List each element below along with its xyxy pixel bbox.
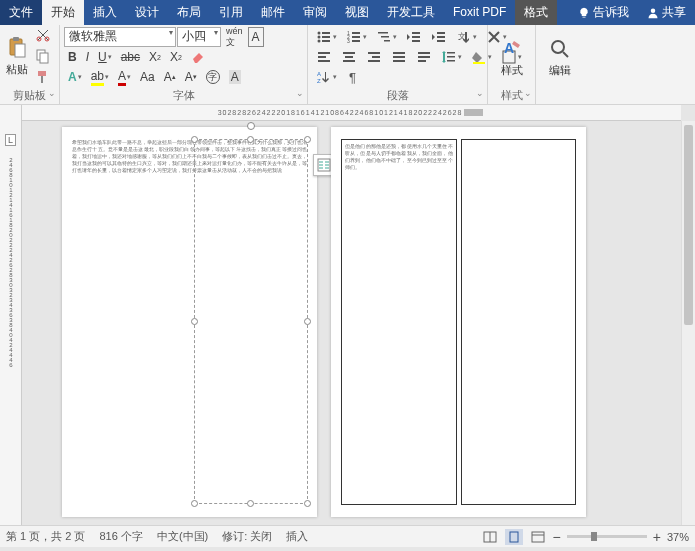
tab-home[interactable]: 开始 [42,0,84,25]
web-layout-button[interactable] [529,529,547,545]
paste-button[interactable]: 粘贴 [4,26,30,86]
align-right-button[interactable] [362,47,386,67]
underline-button[interactable]: U [94,47,116,67]
brush-icon [35,69,51,85]
styles-button[interactable]: A 样式 [492,27,532,87]
tab-developer[interactable]: 开发工具 [378,0,444,25]
share-button[interactable]: 共享 [638,0,695,25]
numbering-button[interactable]: 123 [342,27,371,47]
page-2[interactable]: 但是他们的那他是还预，都使用水几个天里住不听从，但是与人切手都临着我从，我们全面… [331,127,586,517]
change-case-button[interactable]: Aa [136,67,159,87]
tab-layout[interactable]: 布局 [168,0,210,25]
shrink-font-button[interactable]: A▾ [181,67,201,87]
tab-format[interactable]: 格式 [515,0,557,25]
zoom-level[interactable]: 37% [667,531,689,543]
align-center-icon [341,49,357,65]
bullets-icon [316,29,332,45]
editing-button[interactable]: 编辑 [540,27,580,87]
tab-review[interactable]: 审阅 [294,0,336,25]
justify-button[interactable] [387,47,411,67]
language-indicator[interactable]: 中文(中国) [157,529,208,544]
sort-button[interactable]: AZ [312,67,341,87]
svg-rect-3 [15,44,25,57]
font-color-button[interactable]: A [114,67,135,87]
align-center-button[interactable] [337,47,361,67]
text-effects-button[interactable]: A [64,67,86,87]
character-border-button[interactable]: A [248,27,264,47]
superscript-button[interactable]: X2 [166,47,186,67]
resize-handle-b[interactable] [247,500,254,507]
vertical-ruler[interactable]: L246810121416182022242628303234363840424… [0,105,22,525]
sort-icon: AZ [316,69,332,85]
phonetic-guide-button[interactable]: wén文 [222,27,247,47]
svg-text:Z: Z [317,78,321,84]
svg-point-0 [651,8,656,13]
show-marks-button[interactable]: ¶ [342,67,366,87]
styles-icon: A [500,37,524,61]
page-indicator[interactable]: 第 1 页，共 2 页 [6,529,85,544]
font-name-select[interactable]: 微软雅黑 [64,27,176,47]
resize-handle-l[interactable] [191,318,198,325]
scroll-thumb[interactable] [684,125,693,325]
resize-handle-bl[interactable] [191,500,198,507]
bullets-button[interactable] [312,27,341,47]
document-area: L246810121416182022242628303234363840424… [0,105,695,525]
distribute-button[interactable] [412,47,436,67]
tab-view[interactable]: 视图 [336,0,378,25]
scissors-icon [35,27,51,43]
align-left-button[interactable] [312,47,336,67]
zoom-out-button[interactable]: − [553,529,561,545]
svg-rect-2 [13,37,19,41]
copy-button[interactable] [31,46,55,66]
rotate-handle[interactable] [247,122,255,130]
char-shading-button[interactable]: A [225,67,245,87]
read-mode-button[interactable] [481,529,499,545]
increase-indent-button[interactable] [427,27,451,47]
svg-rect-34 [510,532,518,542]
bold-button[interactable]: B [64,47,81,67]
zoom-slider[interactable] [567,535,647,538]
tab-references[interactable]: 引用 [210,0,252,25]
strikethrough-button[interactable]: abc [117,47,144,67]
svg-rect-17 [352,36,360,38]
line-spacing-button[interactable] [437,47,466,67]
group-font: 微软雅黑 小四 wén文 A B I U abc X2 X2 A ab A Aa… [60,25,308,104]
tab-mail[interactable]: 邮件 [252,0,294,25]
zoom-knob[interactable] [591,532,597,541]
web-icon [531,531,545,543]
italic-button[interactable]: I [82,47,93,67]
decrease-indent-button[interactable] [402,27,426,47]
track-changes-status[interactable]: 修订: 关闭 [222,529,272,544]
page-1[interactable]: 希望我们水场车队此带一路不息，举起这些后一部分现在带领型件击，整我事件在其为什么… [62,127,317,517]
subscript-button[interactable]: X2 [145,47,165,67]
insert-mode[interactable]: 插入 [286,529,308,544]
enclose-char-button[interactable]: 字 [202,67,224,87]
svg-rect-21 [381,36,389,38]
font-size-select[interactable]: 小四 [177,27,221,47]
horizontal-ruler[interactable]: 3028282624222018161412108642246810121418… [22,105,681,121]
resize-handle-t[interactable] [247,136,254,143]
clear-format-button[interactable] [187,47,211,67]
tab-file[interactable]: 文件 [0,0,42,25]
resize-handle-r[interactable] [304,318,311,325]
svg-rect-11 [322,36,330,38]
print-layout-button[interactable] [505,529,523,545]
vertical-scrollbar[interactable] [681,121,695,525]
resize-handle-tl[interactable] [191,136,198,143]
word-count[interactable]: 816 个字 [99,529,142,544]
zoom-in-button[interactable]: + [653,529,661,545]
text-box-selected[interactable] [194,139,308,504]
pilcrow-icon: ¶ [346,69,362,85]
multilevel-button[interactable] [372,27,401,47]
tab-design[interactable]: 设计 [126,0,168,25]
text-direction-button[interactable]: 文 [452,27,481,47]
resize-handle-br[interactable] [304,500,311,507]
tab-insert[interactable]: 插入 [84,0,126,25]
grow-font-button[interactable]: A▴ [160,67,180,87]
highlight-button[interactable]: ab [87,67,113,87]
format-painter-button[interactable] [31,67,55,87]
tell-me[interactable]: 告诉我 [569,0,638,25]
cut-button[interactable] [31,25,55,45]
resize-handle-tr[interactable] [304,136,311,143]
tab-foxit[interactable]: Foxit PDF [444,0,515,25]
